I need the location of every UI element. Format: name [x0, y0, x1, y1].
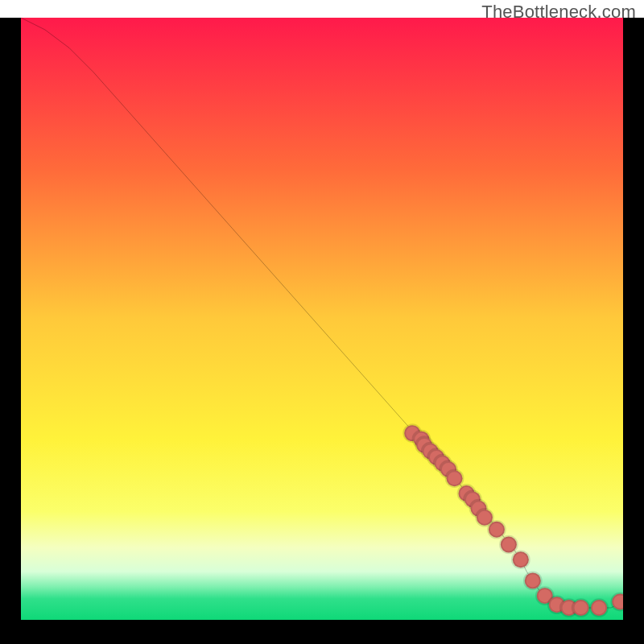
curve-layer: [21, 18, 623, 620]
chart-frame: [0, 18, 644, 644]
plot-area: [21, 18, 623, 623]
data-point: [513, 551, 529, 568]
chart-container: TheBottleneck.com: [0, 0, 644, 644]
data-point: [447, 470, 463, 486]
data-point: [573, 600, 589, 616]
data-point: [525, 572, 541, 588]
data-point: [612, 594, 623, 610]
data-point: [501, 537, 517, 553]
data-point: [591, 600, 607, 616]
data-point: [489, 522, 505, 538]
highlighted-points: [404, 425, 623, 616]
bottleneck-curve: [21, 18, 623, 608]
